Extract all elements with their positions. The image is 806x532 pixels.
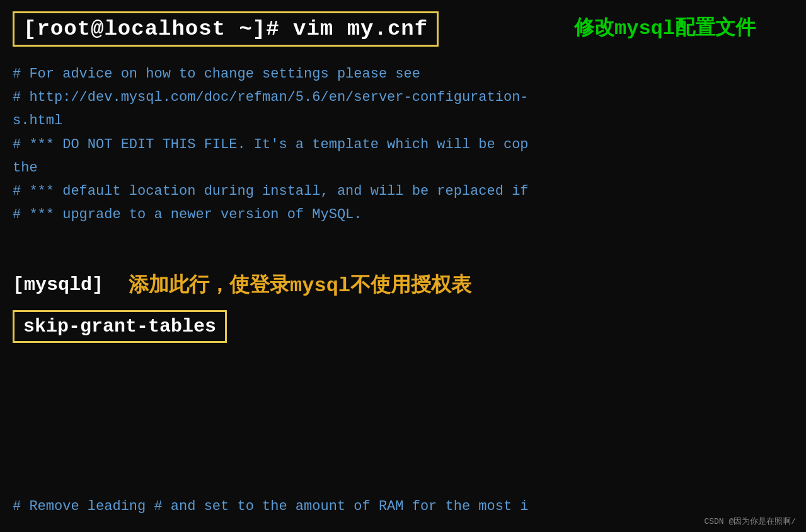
comment-block: # For advice on how to change settings p…: [13, 63, 793, 226]
command-text: [root@localhost ~]# vim my.cnf: [23, 17, 428, 41]
comment-line-1: # For advice on how to change settings p…: [13, 63, 793, 85]
comment-line-4: # *** DO NOT EDIT THIS FILE. It's a temp…: [13, 134, 793, 156]
command-box: [root@localhost ~]# vim my.cnf: [13, 11, 439, 47]
mysqld-section: [mysqld] 添加此行，使登录mysql不使用授权表: [13, 271, 793, 299]
comment-line-3: s.html: [13, 110, 793, 132]
blank-line: [13, 231, 793, 248]
comment-line-7: # *** upgrade to a newer version of MySQ…: [13, 204, 793, 226]
skip-grant-text: skip-grant-tables: [23, 316, 216, 337]
comment-line-2: # http://dev.mysql.com/doc/refman/5.6/en…: [13, 86, 793, 108]
comment-line-5: the: [13, 157, 793, 179]
mysqld-annotation: 添加此行，使登录mysql不使用授权表: [129, 271, 471, 299]
comment-line-6: # *** default location during install, a…: [13, 180, 793, 202]
mysqld-label: [mysqld]: [13, 274, 103, 296]
bottom-comment: # Remove leading # and set to the amount…: [13, 499, 529, 514]
watermark: CSDN @因为你是在照啊/: [704, 516, 796, 527]
annotation-title: 修改mysql配置文件: [574, 14, 756, 42]
terminal-window: 修改mysql配置文件 [root@localhost ~]# vim my.c…: [0, 0, 806, 532]
skip-grant-box: skip-grant-tables: [13, 310, 227, 343]
